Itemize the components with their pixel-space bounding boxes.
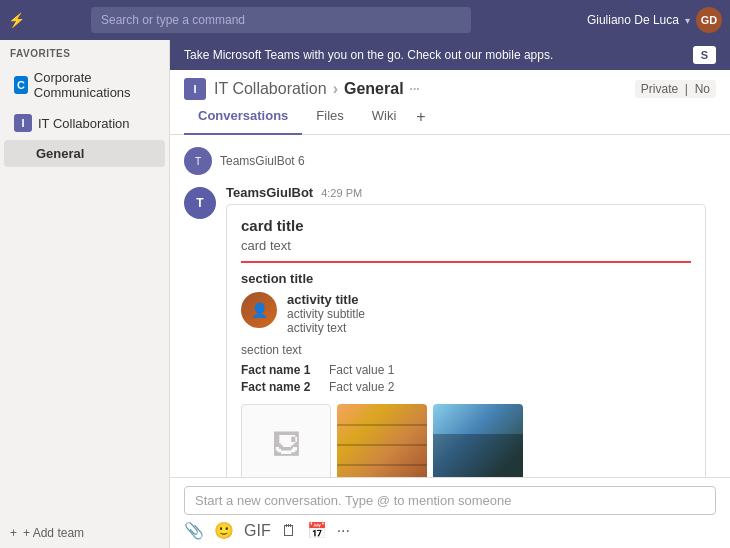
main-layout: Favorites C Corporate Communications ···…: [0, 40, 730, 548]
channel-header: I IT Collaboration › General ··· Private…: [170, 70, 730, 100]
sidebar-item-label: General: [36, 146, 84, 161]
shelf-line: [337, 424, 427, 426]
sticker-icon[interactable]: 🗒: [281, 522, 297, 540]
sidebar-item-general[interactable]: General: [4, 140, 165, 167]
teams-icon: ⚡: [8, 12, 25, 28]
image-placeholder-icon: ⛾: [272, 428, 300, 461]
channel-privacy: Private | No: [635, 80, 716, 98]
sidebar-item-corporate[interactable]: C Corporate Communications ···: [4, 64, 165, 106]
add-team-button[interactable]: + + Add team: [0, 518, 169, 548]
facts-table: Fact name 1 Fact value 1 Fact name 2 Fac…: [241, 363, 691, 394]
sidebar-section-label: Favorites: [0, 40, 169, 63]
shelf-line: [337, 444, 427, 446]
activity-subtitle: activity subtitle: [287, 307, 365, 321]
attachment-icon[interactable]: 📎: [184, 521, 204, 540]
shelf-line: [337, 464, 427, 466]
adaptive-card: card title card text section title 👤 act…: [226, 204, 706, 477]
ellipsis-icon[interactable]: ···: [410, 82, 420, 96]
card-divider: [241, 261, 691, 263]
shelves-image: [337, 404, 427, 477]
fact-name-2: Fact name 2: [241, 380, 321, 394]
activity-row: 👤 activity title activity subtitle activ…: [241, 292, 691, 335]
avatar[interactable]: GD: [696, 7, 722, 33]
people-image: [433, 404, 523, 477]
search-bar[interactable]: [91, 7, 471, 33]
team-icon: I: [184, 78, 206, 100]
search-input[interactable]: [101, 13, 461, 27]
system-msg-text: TeamsGiulBot 6: [220, 154, 305, 168]
content-area: Take Microsoft Teams with you on the go.…: [170, 40, 730, 548]
corp-icon: C: [14, 76, 28, 94]
user-name: Giuliano De Luca: [587, 13, 679, 27]
images-row: ⛾: [241, 404, 691, 477]
compose-placeholder: Start a new conversation. Type @ to ment…: [195, 493, 511, 508]
messages-area: T TeamsGiulBot 6 T TeamsGiulBot 4:29 PM …: [170, 135, 730, 477]
more-options-icon[interactable]: ···: [337, 522, 350, 540]
card-text: card text: [241, 238, 691, 253]
sidebar: Favorites C Corporate Communications ···…: [0, 40, 170, 548]
fact-name-1: Fact name 1: [241, 363, 321, 377]
banner-button[interactable]: S: [693, 46, 716, 64]
system-avatar: T: [184, 147, 212, 175]
fact-value-2: Fact value 2: [329, 380, 394, 394]
people-silhouette: [433, 434, 523, 477]
message-time: 4:29 PM: [321, 187, 362, 199]
system-message: T TeamsGiulBot 6: [184, 143, 716, 179]
tab-add-button[interactable]: +: [410, 100, 431, 134]
card-title: card title: [241, 217, 691, 234]
activity-text: activity text: [287, 321, 365, 335]
activity-avatar: 👤: [241, 292, 277, 328]
user-area: Giuliano De Luca ▾ GD: [587, 7, 722, 33]
activity-title: activity title: [287, 292, 365, 307]
chevron-down-icon[interactable]: ▾: [685, 15, 690, 26]
team-name: IT Collaboration: [214, 80, 327, 98]
fact-value-1: Fact value 1: [329, 363, 394, 377]
it-icon: I: [14, 114, 32, 132]
sidebar-item-label: IT Collaboration: [38, 116, 130, 131]
message-header: TeamsGiulBot 4:29 PM: [226, 185, 716, 200]
tabs: Conversations Files Wiki +: [170, 100, 730, 135]
tab-wiki[interactable]: Wiki: [358, 100, 411, 135]
compose-toolbar: 📎 🙂 GIF 🗒 📅 ···: [184, 521, 716, 540]
message-sender: TeamsGiulBot: [226, 185, 313, 200]
placeholder-image: ⛾: [241, 404, 331, 477]
fact-row: Fact name 2 Fact value 2: [241, 380, 691, 394]
channel-title: IT Collaboration › General ···: [214, 80, 420, 98]
compose-box[interactable]: Start a new conversation. Type @ to ment…: [184, 486, 716, 515]
section-title: section title: [241, 271, 691, 286]
emoji-icon[interactable]: 🙂: [214, 521, 234, 540]
sidebar-item-it-collaboration[interactable]: I IT Collaboration ···: [4, 108, 165, 138]
section-text: section text: [241, 343, 691, 357]
top-bar: ⚡ Giuliano De Luca ▾ GD: [0, 0, 730, 40]
fact-row: Fact name 1 Fact value 1: [241, 363, 691, 377]
add-icon: +: [10, 526, 17, 540]
message-content: TeamsGiulBot 4:29 PM card title card tex…: [226, 185, 716, 477]
compose-area: Start a new conversation. Type @ to ment…: [170, 477, 730, 548]
channel-name: General: [344, 80, 404, 98]
tab-files[interactable]: Files: [302, 100, 357, 135]
sidebar-item-label: Corporate Communications: [34, 70, 155, 100]
message: T TeamsGiulBot 4:29 PM card title card t…: [184, 179, 716, 477]
tab-conversations[interactable]: Conversations: [184, 100, 302, 135]
meet-icon[interactable]: 📅: [307, 521, 327, 540]
gif-icon[interactable]: GIF: [244, 522, 271, 540]
banner-text: Take Microsoft Teams with you on the go.…: [184, 48, 553, 62]
activity-info: activity title activity subtitle activit…: [287, 292, 365, 335]
banner: Take Microsoft Teams with you on the go.…: [170, 40, 730, 70]
activity-avatar-image: 👤: [241, 292, 277, 328]
breadcrumb-separator: ›: [333, 80, 338, 98]
bot-avatar: T: [184, 187, 216, 219]
